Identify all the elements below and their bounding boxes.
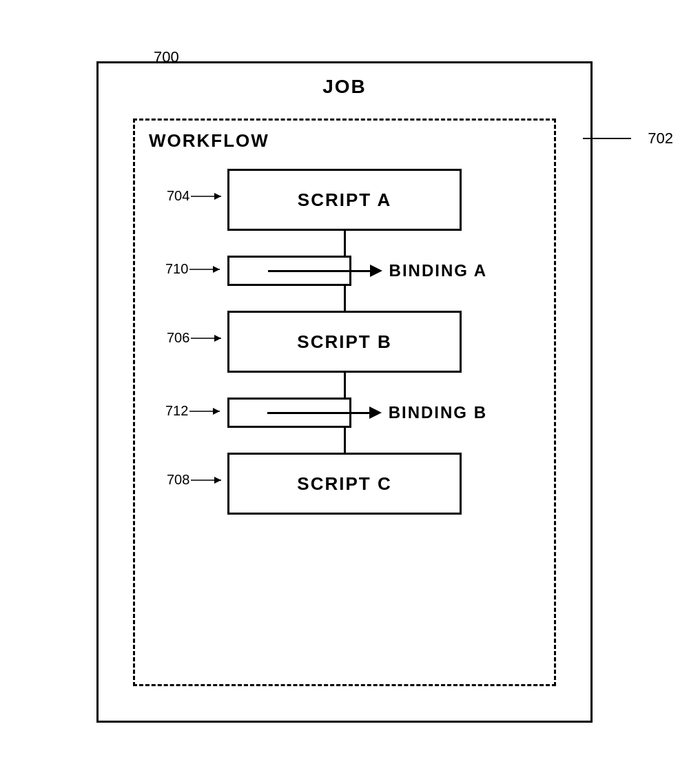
script-a-box: SCRIPT A (227, 169, 462, 231)
ref-706-label: 706 (167, 330, 189, 346)
svg-marker-10 (213, 408, 220, 415)
binding-a-box: BINDING A (227, 256, 351, 286)
ref-710-label: 710 (165, 261, 188, 277)
binding-b-label: BINDING B (389, 403, 487, 422)
job-label: JOB (322, 76, 367, 98)
page: 700 JOB 702 WORKFLOW (0, 0, 689, 784)
binding-a-wrapper: 710 BINDING A (227, 256, 462, 286)
connector-4 (344, 428, 346, 453)
job-box: JOB 702 WORKFLOW 704 (96, 61, 593, 723)
script-b-label: SCRIPT B (297, 331, 391, 353)
workflow-content: 704 SCRIPT A 710 (135, 162, 554, 684)
connector-2 (344, 286, 346, 311)
connector-3 (344, 373, 346, 398)
binding-b-wrapper: 712 BINDING B (227, 398, 462, 428)
binding-b-arrow: BINDING B (267, 403, 487, 422)
script-c-box: SCRIPT C (227, 453, 462, 515)
svg-marker-4 (214, 193, 221, 200)
script-c-label: SCRIPT C (297, 473, 391, 495)
workflow-box: WORKFLOW 704 SCRIPT A (133, 118, 556, 686)
binding-b-box: BINDING B (227, 398, 351, 428)
ref-710-area: 710 (165, 261, 225, 277)
ref-702-area: 702 (583, 130, 673, 147)
script-b-box: SCRIPT B (227, 311, 462, 373)
ref-704-label: 704 (167, 188, 189, 204)
binding-a-label: BINDING A (389, 261, 487, 280)
ref-704-area: 704 (167, 188, 227, 204)
svg-marker-6 (213, 266, 220, 273)
ref-712-area: 712 (165, 403, 225, 419)
svg-marker-8 (214, 335, 221, 342)
script-a-wrapper: 704 SCRIPT A (227, 169, 462, 231)
ref-706-area: 706 (167, 330, 227, 346)
script-a-label: SCRIPT A (298, 189, 391, 211)
script-c-wrapper: 708 SCRIPT C (227, 453, 462, 515)
script-b-wrapper: 706 SCRIPT B (227, 311, 462, 373)
binding-a-arrow: BINDING A (268, 261, 487, 280)
workflow-label: WORKFLOW (149, 130, 269, 152)
svg-marker-12 (214, 477, 221, 484)
ref-708-area: 708 (167, 472, 227, 488)
ref-708-label: 708 (167, 472, 189, 488)
ref-702-label: 702 (648, 130, 673, 147)
ref-712-label: 712 (165, 403, 188, 419)
connector-1 (344, 231, 346, 256)
